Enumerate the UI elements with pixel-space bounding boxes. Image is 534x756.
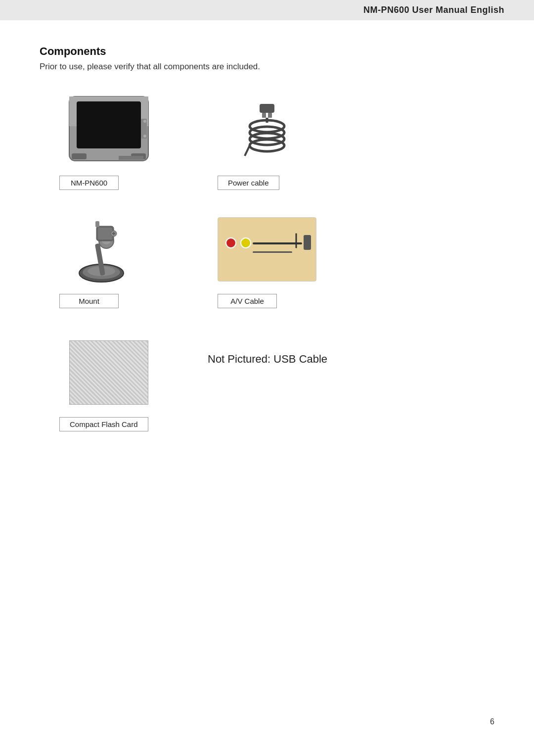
gps-device-svg <box>64 94 153 168</box>
compact-flash-image <box>59 333 158 412</box>
component-nm-pn600: NM-PN600 <box>59 92 178 190</box>
av-cable-image <box>218 210 316 289</box>
component-mount: Mount <box>59 210 178 308</box>
svg-rect-11 <box>268 113 272 118</box>
cf-pattern-bg <box>69 340 148 405</box>
svg-point-7 <box>143 135 146 138</box>
header-bar: NM-PN600 User Manual English <box>0 0 534 20</box>
power-cable-label: Power cable <box>218 176 279 190</box>
svg-rect-3 <box>72 153 87 159</box>
svg-rect-25 <box>98 228 112 239</box>
header-title: NM-PN600 User Manual English <box>363 5 504 15</box>
av-cable-illustration <box>218 217 316 282</box>
component-power-cable: Power cable <box>218 92 336 190</box>
power-cable-image <box>218 92 316 171</box>
not-pictured-text: Not Pictured: USB Cable <box>208 353 327 366</box>
av-cable-label: A/V Cable <box>218 294 277 308</box>
compact-flash-label: Compact Flash Card <box>59 417 148 431</box>
not-pictured-section: Not Pictured: USB Cable <box>178 333 494 366</box>
av-wire <box>253 242 302 244</box>
component-av-cable: A/V Cable <box>218 210 336 308</box>
section-subtitle: Prior to use, please verify that all com… <box>40 62 494 72</box>
page-number: 6 <box>490 717 494 726</box>
svg-rect-9 <box>260 104 274 113</box>
svg-rect-29 <box>95 221 99 227</box>
av-wire-2 <box>253 251 292 253</box>
section-title: Components <box>40 45 494 58</box>
nm-pn600-image <box>59 92 158 171</box>
av-plug-detail <box>296 234 297 248</box>
cf-card-illustration <box>69 340 148 405</box>
av-yellow-connector <box>240 237 251 248</box>
page-content: Components Prior to use, please verify t… <box>0 35 534 456</box>
component-compact-flash: Compact Flash Card <box>59 333 178 431</box>
svg-rect-10 <box>262 113 266 118</box>
svg-rect-2 <box>77 101 141 148</box>
svg-rect-8 <box>119 156 143 160</box>
mount-label: Mount <box>59 294 119 308</box>
av-end-connector <box>304 235 311 250</box>
nm-pn600-label: NM-PN600 <box>59 176 119 190</box>
mount-image <box>59 210 158 289</box>
mount-svg <box>67 214 151 285</box>
svg-point-6 <box>143 120 146 123</box>
av-red-connector <box>225 237 236 248</box>
svg-line-17 <box>245 145 250 156</box>
power-cable-svg <box>232 101 302 161</box>
